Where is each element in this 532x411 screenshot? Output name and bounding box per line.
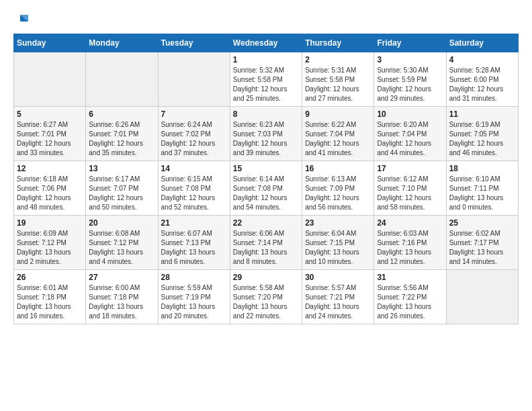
day-number: 1 [233, 55, 299, 64]
calendar-cell: 21Sunrise: 6:07 AM Sunset: 7:13 PM Dayli… [158, 216, 230, 270]
calendar-cell: 1Sunrise: 5:32 AM Sunset: 5:58 PM Daylig… [230, 52, 302, 107]
calendar-cell: 24Sunrise: 6:03 AM Sunset: 7:16 PM Dayli… [374, 216, 446, 270]
day-number: 3 [377, 55, 443, 64]
day-header-monday: Monday [86, 34, 158, 52]
calendar-cell: 22Sunrise: 6:06 AM Sunset: 7:14 PM Dayli… [230, 216, 302, 270]
calendar-cell: 29Sunrise: 5:58 AM Sunset: 7:20 PM Dayli… [230, 270, 302, 324]
day-info: Sunrise: 6:08 AM Sunset: 7:12 PM Dayligh… [89, 229, 154, 267]
day-info: Sunrise: 6:18 AM Sunset: 7:06 PM Dayligh… [17, 175, 83, 212]
calendar-body: 1Sunrise: 5:32 AM Sunset: 5:58 PM Daylig… [14, 52, 519, 324]
calendar-cell: 9Sunrise: 6:22 AM Sunset: 7:04 PM Daylig… [302, 107, 374, 161]
calendar-cell [446, 270, 518, 324]
logo-icon [15, 12, 30, 27]
calendar-cell [158, 52, 230, 107]
calendar-cell: 31Sunrise: 5:56 AM Sunset: 7:22 PM Dayli… [374, 270, 446, 324]
day-number: 22 [233, 218, 299, 228]
day-header-sunday: Sunday [14, 34, 86, 52]
calendar-cell: 25Sunrise: 6:02 AM Sunset: 7:17 PM Dayli… [446, 216, 518, 270]
day-number: 13 [89, 164, 154, 173]
day-number: 11 [449, 109, 515, 119]
day-info: Sunrise: 6:20 AM Sunset: 7:04 PM Dayligh… [377, 120, 443, 158]
week-row-3: 12Sunrise: 6:18 AM Sunset: 7:06 PM Dayli… [14, 161, 519, 216]
day-info: Sunrise: 6:15 AM Sunset: 7:08 PM Dayligh… [161, 175, 227, 212]
day-info: Sunrise: 6:24 AM Sunset: 7:02 PM Dayligh… [161, 120, 227, 158]
day-info: Sunrise: 6:07 AM Sunset: 7:13 PM Dayligh… [161, 229, 227, 267]
week-row-5: 26Sunrise: 6:01 AM Sunset: 7:18 PM Dayli… [14, 270, 519, 324]
week-row-1: 1Sunrise: 5:32 AM Sunset: 5:58 PM Daylig… [14, 52, 519, 107]
day-number: 2 [305, 55, 371, 64]
day-info: Sunrise: 6:17 AM Sunset: 7:07 PM Dayligh… [89, 175, 154, 212]
day-info: Sunrise: 6:04 AM Sunset: 7:15 PM Dayligh… [305, 229, 371, 267]
day-number: 24 [377, 218, 443, 228]
day-number: 9 [305, 109, 371, 119]
calendar-cell: 19Sunrise: 6:09 AM Sunset: 7:12 PM Dayli… [14, 216, 86, 270]
day-header-tuesday: Tuesday [158, 34, 230, 52]
day-info: Sunrise: 5:57 AM Sunset: 7:21 PM Dayligh… [305, 283, 371, 321]
day-info: Sunrise: 5:32 AM Sunset: 5:58 PM Dayligh… [233, 66, 299, 103]
day-info: Sunrise: 6:01 AM Sunset: 7:18 PM Dayligh… [17, 283, 83, 321]
calendar-cell: 11Sunrise: 6:19 AM Sunset: 7:05 PM Dayli… [446, 107, 518, 161]
day-number: 20 [89, 218, 154, 228]
week-row-2: 5Sunrise: 6:27 AM Sunset: 7:01 PM Daylig… [14, 107, 519, 161]
day-info: Sunrise: 6:02 AM Sunset: 7:17 PM Dayligh… [449, 229, 515, 267]
day-number: 8 [233, 109, 299, 119]
calendar-cell: 2Sunrise: 5:31 AM Sunset: 5:58 PM Daylig… [302, 52, 374, 107]
calendar-cell: 4Sunrise: 5:28 AM Sunset: 6:00 PM Daylig… [446, 52, 518, 107]
calendar-cell: 28Sunrise: 5:59 AM Sunset: 7:19 PM Dayli… [158, 270, 230, 324]
day-info: Sunrise: 6:03 AM Sunset: 7:16 PM Dayligh… [377, 229, 443, 267]
calendar-cell: 30Sunrise: 5:57 AM Sunset: 7:21 PM Dayli… [302, 270, 374, 324]
day-info: Sunrise: 6:10 AM Sunset: 7:11 PM Dayligh… [449, 175, 515, 212]
calendar-cell: 18Sunrise: 6:10 AM Sunset: 7:11 PM Dayli… [446, 161, 518, 216]
day-info: Sunrise: 6:19 AM Sunset: 7:05 PM Dayligh… [449, 120, 515, 158]
day-number: 5 [17, 109, 83, 119]
day-number: 4 [449, 55, 515, 64]
week-row-4: 19Sunrise: 6:09 AM Sunset: 7:12 PM Dayli… [14, 216, 519, 270]
calendar-cell: 15Sunrise: 6:14 AM Sunset: 7:08 PM Dayli… [230, 161, 302, 216]
calendar: SundayMondayTuesdayWednesdayThursdayFrid… [13, 34, 519, 324]
calendar-cell: 12Sunrise: 6:18 AM Sunset: 7:06 PM Dayli… [14, 161, 86, 216]
page-header [13, 13, 519, 27]
calendar-cell: 20Sunrise: 6:08 AM Sunset: 7:12 PM Dayli… [86, 216, 158, 270]
calendar-cell: 17Sunrise: 6:12 AM Sunset: 7:10 PM Dayli… [374, 161, 446, 216]
day-number: 26 [17, 273, 83, 282]
day-info: Sunrise: 5:58 AM Sunset: 7:20 PM Dayligh… [233, 283, 299, 321]
day-header-friday: Friday [374, 34, 446, 52]
day-header-wednesday: Wednesday [230, 34, 302, 52]
day-info: Sunrise: 5:28 AM Sunset: 6:00 PM Dayligh… [449, 66, 515, 103]
day-number: 19 [17, 218, 83, 228]
calendar-cell: 7Sunrise: 6:24 AM Sunset: 7:02 PM Daylig… [158, 107, 230, 161]
day-number: 12 [17, 164, 83, 173]
day-info: Sunrise: 6:26 AM Sunset: 7:01 PM Dayligh… [89, 120, 154, 158]
logo [13, 13, 30, 27]
calendar-cell: 26Sunrise: 6:01 AM Sunset: 7:18 PM Dayli… [14, 270, 86, 324]
day-header-saturday: Saturday [446, 34, 518, 52]
calendar-cell: 13Sunrise: 6:17 AM Sunset: 7:07 PM Dayli… [86, 161, 158, 216]
day-info: Sunrise: 5:59 AM Sunset: 7:19 PM Dayligh… [161, 283, 227, 321]
day-info: Sunrise: 6:09 AM Sunset: 7:12 PM Dayligh… [17, 229, 83, 267]
day-number: 30 [305, 273, 371, 282]
day-header-thursday: Thursday [302, 34, 374, 52]
day-number: 18 [449, 164, 515, 173]
calendar-header-row: SundayMondayTuesdayWednesdayThursdayFrid… [14, 34, 519, 52]
day-number: 21 [161, 218, 227, 228]
day-info: Sunrise: 6:27 AM Sunset: 7:01 PM Dayligh… [17, 120, 83, 158]
day-info: Sunrise: 5:56 AM Sunset: 7:22 PM Dayligh… [377, 283, 443, 321]
day-info: Sunrise: 5:31 AM Sunset: 5:58 PM Dayligh… [305, 66, 371, 103]
day-number: 10 [377, 109, 443, 119]
logo-text [13, 13, 30, 27]
logo-general [13, 13, 30, 27]
calendar-cell: 27Sunrise: 6:00 AM Sunset: 7:18 PM Dayli… [86, 270, 158, 324]
day-number: 7 [161, 109, 227, 119]
calendar-cell: 3Sunrise: 5:30 AM Sunset: 5:59 PM Daylig… [374, 52, 446, 107]
calendar-cell: 16Sunrise: 6:13 AM Sunset: 7:09 PM Dayli… [302, 161, 374, 216]
day-info: Sunrise: 6:23 AM Sunset: 7:03 PM Dayligh… [233, 120, 299, 158]
calendar-cell: 14Sunrise: 6:15 AM Sunset: 7:08 PM Dayli… [158, 161, 230, 216]
calendar-cell [86, 52, 158, 107]
day-number: 15 [233, 164, 299, 173]
day-number: 31 [377, 273, 443, 282]
day-number: 14 [161, 164, 227, 173]
day-info: Sunrise: 6:14 AM Sunset: 7:08 PM Dayligh… [233, 175, 299, 212]
calendar-cell: 23Sunrise: 6:04 AM Sunset: 7:15 PM Dayli… [302, 216, 374, 270]
day-number: 25 [449, 218, 515, 228]
day-number: 28 [161, 273, 227, 282]
